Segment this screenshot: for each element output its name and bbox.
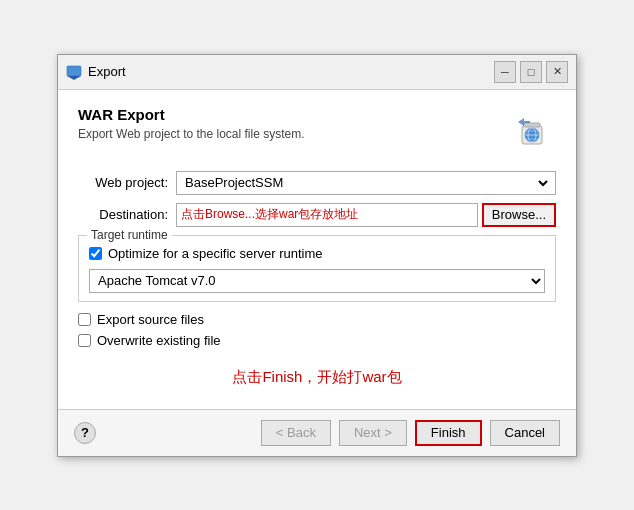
target-runtime-legend: Target runtime — [87, 228, 172, 242]
overwrite-checkbox[interactable] — [78, 334, 91, 347]
export-source-label[interactable]: Export source files — [97, 312, 204, 327]
export-source-checkbox[interactable] — [78, 313, 91, 326]
overwrite-row: Overwrite existing file — [78, 333, 556, 348]
target-runtime-group: Target runtime Optimize for a specific s… — [78, 235, 556, 302]
destination-label: Destination: — [78, 207, 168, 222]
web-project-dropdown[interactable]: BaseProjectSSM — [181, 172, 551, 194]
header-text: WAR Export Export Web project to the loc… — [78, 106, 305, 157]
optimize-checkbox[interactable] — [89, 247, 102, 260]
cancel-button[interactable]: Cancel — [490, 420, 560, 446]
web-project-select[interactable]: BaseProjectSSM — [176, 171, 556, 195]
overwrite-label[interactable]: Overwrite existing file — [97, 333, 221, 348]
web-project-control: BaseProjectSSM — [176, 171, 556, 195]
close-button[interactable]: ✕ — [546, 61, 568, 83]
annotation-text: 点击Finish，开始打war包 — [78, 368, 556, 387]
finish-button[interactable]: Finish — [415, 420, 482, 446]
optimize-label[interactable]: Optimize for a specific server runtime — [108, 246, 323, 261]
svg-marker-1 — [67, 76, 81, 80]
dialog-content: WAR Export Export Web project to the loc… — [58, 90, 576, 409]
export-dialog: Export ─ □ ✕ WAR Export Export Web proje… — [57, 54, 577, 457]
header-icon — [508, 106, 556, 154]
window-title: Export — [88, 64, 494, 79]
window-icon — [66, 64, 82, 80]
header-area: WAR Export Export Web project to the loc… — [78, 106, 556, 157]
optimize-checkbox-row: Optimize for a specific server runtime — [89, 246, 545, 261]
browse-button[interactable]: Browse... — [482, 203, 556, 227]
next-button[interactable]: Next > — [339, 420, 407, 446]
help-button[interactable]: ? — [74, 422, 96, 444]
destination-row: Destination: 点击Browse...选择war包存放地址 Brows… — [78, 203, 556, 227]
maximize-button[interactable]: □ — [520, 61, 542, 83]
minimize-button[interactable]: ─ — [494, 61, 516, 83]
page-subtitle: Export Web project to the local file sys… — [78, 127, 305, 141]
title-bar: Export ─ □ ✕ — [58, 55, 576, 90]
page-title: WAR Export — [78, 106, 305, 123]
svg-rect-0 — [67, 66, 81, 76]
dialog-footer: ? < Back Next > Finish Cancel — [58, 409, 576, 456]
export-source-row: Export source files — [78, 312, 556, 327]
destination-input[interactable]: 点击Browse...选择war包存放地址 — [176, 203, 478, 227]
window-controls: ─ □ ✕ — [494, 61, 568, 83]
svg-rect-3 — [524, 123, 540, 127]
web-project-label: Web project: — [78, 175, 168, 190]
runtime-select[interactable]: Apache Tomcat v7.0 — [89, 269, 545, 293]
browse-button-label: Browse... — [492, 207, 546, 222]
back-button[interactable]: < Back — [261, 420, 331, 446]
destination-control: 点击Browse...选择war包存放地址 Browse... — [176, 203, 556, 227]
web-project-row: Web project: BaseProjectSSM — [78, 171, 556, 195]
destination-placeholder: 点击Browse...选择war包存放地址 — [181, 206, 358, 223]
